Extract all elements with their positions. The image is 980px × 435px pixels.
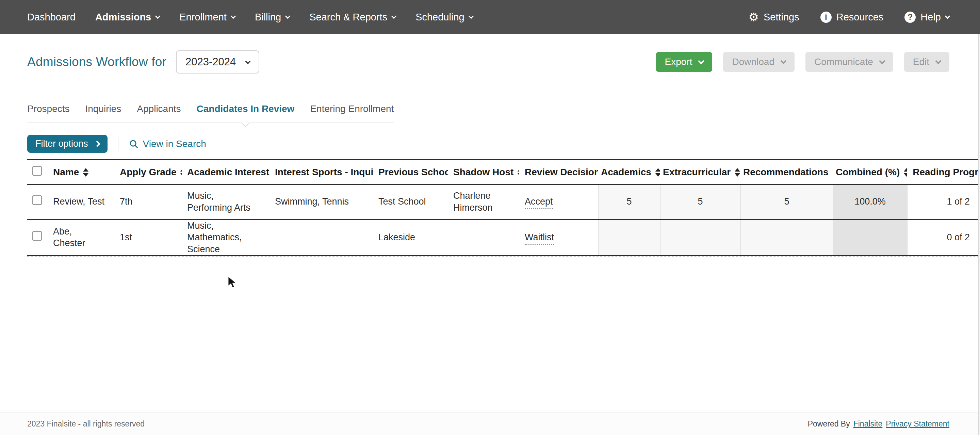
cell-previous-school: Test School [373, 184, 448, 219]
nav-util-settings[interactable]: ⚙Settings [748, 11, 799, 23]
toolbar: Filter options View in Search [27, 135, 980, 153]
cell-extracurricular: 5 [660, 184, 740, 219]
chevron-down-icon [935, 58, 941, 64]
row-checkbox[interactable] [32, 231, 42, 241]
tab-applicants[interactable]: Applicants [137, 104, 181, 115]
header-actions: ExportDownloadCommunicateEdit [656, 52, 950, 72]
column-header-inner: Shadow Host [453, 167, 519, 178]
school-year-select[interactable]: 2023-2024 [176, 50, 259, 73]
cell-academics: 5 [598, 184, 660, 219]
column-header-name[interactable]: Name [48, 159, 115, 184]
candidates-table: NameApply GradeAcademic InterestsInteres… [27, 159, 980, 256]
sort-desc-arrow-icon [83, 173, 89, 177]
tab-prospects[interactable]: Prospects [27, 104, 70, 115]
nav-item-search-reports[interactable]: Search & Reports [309, 11, 396, 23]
tab-entering-enrollment[interactable]: Entering Enrollment [310, 104, 394, 115]
sort-desc-arrow-icon [180, 173, 182, 177]
scrollbar-track[interactable] [978, 34, 980, 435]
copyright-text: 2023 Finalsite - all rights reserved [27, 419, 145, 429]
header-checkbox-cell [27, 159, 48, 184]
sort-desc-arrow-icon [735, 173, 740, 177]
tab-inquiries[interactable]: Inquiries [86, 104, 121, 115]
tab-candidates-in-review[interactable]: Candidates In Review [197, 104, 295, 115]
chevron-down-icon [468, 13, 474, 19]
nav-util-resources[interactable]: iResources [821, 11, 884, 23]
column-header-combined-pct[interactable]: Combined (%) [833, 159, 907, 184]
toolbar-divider [118, 137, 118, 151]
column-header-label: Interest Sports - Inquiry [275, 167, 373, 178]
nav-item-billing[interactable]: Billing [255, 11, 290, 23]
sort-asc-arrow-icon [735, 168, 740, 172]
download-button: Download [723, 52, 795, 72]
export-button[interactable]: Export [656, 52, 713, 72]
communicate-button: Communicate [805, 52, 893, 72]
cell-shadow-host [448, 219, 519, 256]
nav-item-dashboard[interactable]: Dashboard [27, 11, 76, 23]
table-header-row: NameApply GradeAcademic InterestsInteres… [27, 159, 980, 184]
column-header-label: Shadow Host [453, 167, 514, 178]
table-row: Abe, Chester1stMusic, Mathematics, Scien… [27, 219, 980, 256]
column-header-inner: Apply Grade [120, 167, 182, 178]
cell-name: Review, Test [48, 184, 115, 219]
cell-academic-interests: Music, Mathematics, Science [182, 219, 269, 256]
column-header-inner: Interest Sports - Inquiry [275, 167, 373, 178]
chevron-down-icon [780, 58, 786, 64]
sort-icon [904, 168, 907, 177]
chevron-down-icon [231, 13, 236, 19]
cell-recommendations [740, 219, 833, 256]
sort-asc-arrow-icon [655, 168, 660, 172]
review-decision-link[interactable]: Waitlist [525, 232, 554, 245]
row-checkbox[interactable] [32, 195, 42, 205]
column-header-label: Combined (%) [836, 167, 900, 178]
sort-icon [735, 168, 740, 177]
button-label: Download [732, 56, 775, 67]
chevron-down-icon [285, 13, 291, 19]
nav-item-enrollment[interactable]: Enrollment [179, 11, 235, 23]
column-header-academics[interactable]: Academics [598, 159, 660, 184]
select-all-checkbox[interactable] [32, 166, 42, 176]
privacy-statement-link[interactable]: Privacy Statement [886, 419, 950, 429]
row-checkbox-cell [27, 219, 48, 256]
school-year-value: 2023-2024 [185, 56, 236, 68]
cell-interest-sports-inquiry: Swimming, Tennis [269, 184, 373, 219]
sort-icon [83, 168, 89, 177]
page-header: Admissions Workflow for 2023-2024 Export… [0, 34, 980, 73]
nav-util-help[interactable]: ?Help [904, 11, 950, 23]
column-header-label: Reading Progress [913, 167, 980, 178]
nav-left: DashboardAdmissionsEnrollmentBillingSear… [27, 11, 473, 23]
cell-reading-progress: 0 of 2 [907, 219, 980, 256]
column-header-extracurricular[interactable]: Extracurricular [660, 159, 740, 184]
nav-util-label: Help [920, 11, 941, 23]
workflow-tabs: ProspectsInquiriesApplicantsCandidates I… [27, 104, 394, 123]
filter-options-button[interactable]: Filter options [27, 135, 108, 153]
column-header-apply-grade[interactable]: Apply Grade [115, 159, 182, 184]
footer-right: Powered By Finalsite Privacy Statement [808, 419, 950, 429]
nav-item-label: Search & Reports [309, 11, 387, 23]
column-header-shadow-host[interactable]: Shadow Host [448, 159, 519, 184]
mouse-cursor [227, 276, 238, 290]
column-header-previous-school: Previous School [373, 159, 448, 184]
review-decision-link[interactable]: Accept [525, 196, 553, 209]
view-in-search-link[interactable]: View in Search [129, 139, 206, 150]
nav-item-label: Admissions [95, 11, 151, 23]
column-header-label: Academic Interests [187, 167, 269, 178]
active-tab-notch [241, 119, 250, 127]
nav-item-admissions[interactable]: Admissions [95, 11, 159, 23]
sort-asc-arrow-icon [904, 168, 907, 172]
gear-icon: ⚙ [748, 11, 759, 23]
nav-item-label: Billing [255, 11, 281, 23]
cell-review-decision: Waitlist [519, 219, 598, 256]
sort-icon [517, 168, 519, 177]
info-icon: i [821, 11, 832, 23]
nav-util-label: Resources [837, 11, 884, 23]
column-header-reading-progress[interactable]: Reading Progress [907, 159, 980, 184]
column-header-recommendations[interactable]: Recommendations [740, 159, 833, 184]
column-header-label: Academics [601, 167, 651, 178]
column-header-label: Extracurricular [663, 167, 730, 178]
column-header-review-decision[interactable]: Review Decision [519, 159, 598, 184]
nav-item-scheduling[interactable]: Scheduling [415, 11, 473, 23]
column-header-inner: Combined (%) [836, 167, 907, 178]
cell-extracurricular [660, 219, 740, 256]
finalsite-link[interactable]: Finalsite [853, 419, 883, 429]
nav-right: ⚙SettingsiResources?Help [748, 11, 950, 23]
